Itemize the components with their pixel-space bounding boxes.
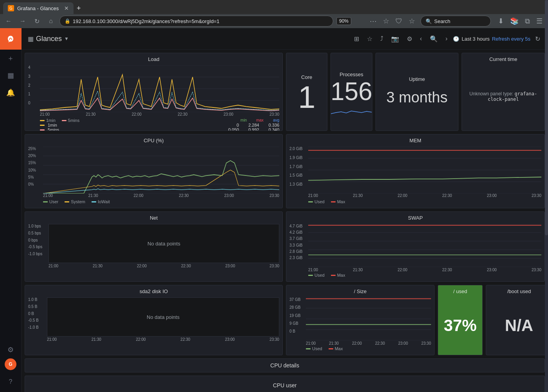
load-x1: 21:30 [86, 112, 95, 116]
shield-button[interactable]: 🛡 [393, 15, 405, 27]
grafana-logo[interactable] [0, 28, 22, 50]
cpu-content: 25% 20% 15% 10% 5% 0% [25, 145, 282, 208]
star-button[interactable]: ☆ [365, 32, 375, 45]
mem-x5: 23:30 [532, 193, 541, 198]
swap-y1: 4.7 GiB [289, 224, 308, 228]
disk-x5: 23:30 [270, 337, 279, 342]
sidebar-help[interactable]: ? [0, 373, 22, 390]
load-x4: 23:00 [224, 112, 234, 116]
boot-used-title: /boot used [503, 285, 536, 296]
svg-point-1 [9, 38, 10, 39]
load-x0: 21:00 [40, 112, 50, 116]
swap-content: 4.7 GiB 4.2 GiB 3.7 GiB 3.3 GiB 2.8 GiB … [286, 222, 544, 281]
split-button[interactable]: ⧉ [523, 15, 532, 27]
processes-value: 156 [331, 79, 372, 104]
browser-search-bar[interactable]: 🔍 Search [420, 16, 491, 27]
load-chart [40, 65, 279, 112]
back-button[interactable]: ← [3, 16, 14, 27]
load-panel: Load 4 3 2 1 0 [25, 53, 283, 131]
load-x5: 23:30 [270, 112, 279, 116]
panel-type-code: grafana-clock-panel [488, 91, 537, 102]
root-size-title: / Size [286, 285, 434, 296]
size-x2: 22:00 [352, 341, 362, 345]
new-tab-button[interactable]: + [74, 3, 84, 14]
lock-icon: 🔒 [65, 18, 70, 24]
cpu-details-banner[interactable]: CPU details [25, 358, 545, 372]
home-button[interactable]: ⌂ [45, 16, 56, 27]
avg-header: avg [273, 118, 279, 123]
scroll-thumb[interactable] [545, 0, 548, 235]
active-tab[interactable]: G Grafana - Glances ✕ [3, 2, 74, 14]
forward-button[interactable]: → [17, 16, 28, 27]
add-panel-button[interactable]: ⊞ [352, 32, 361, 45]
mem-y4: 1.5 GiB [289, 173, 308, 177]
swap-y2: 4.2 GiB [289, 230, 308, 234]
scroll-track[interactable] [545, 0, 548, 392]
sidebar-item-dashboard[interactable]: ▦ [0, 67, 22, 84]
stat-5mins-min: 0.050 [228, 127, 239, 131]
size-y1: 37 GB [289, 297, 306, 302]
mem-x0: 21:00 [308, 193, 318, 198]
root-used-panel: / used 37% [438, 285, 483, 355]
cpu-title: CPU (%) [25, 134, 282, 145]
stat-5mins-label: 5mins [48, 127, 59, 131]
swap-panel: SWAP 4.7 GiB 4.2 GiB 3.7 GiB 3.3 GiB 2.8… [286, 211, 545, 282]
size-legend-max-label: Max [335, 346, 343, 351]
swap-legend-max: Max [331, 273, 345, 277]
tab-close-button[interactable]: ✕ [64, 5, 69, 11]
zoom-out-button[interactable]: 🔍 [428, 32, 440, 45]
snapshot-button[interactable]: 📷 [389, 32, 401, 45]
cpu-user-banner[interactable]: CPU user [25, 376, 545, 392]
sidebar-item-alert[interactable]: 🔔 [0, 84, 22, 101]
menu-button[interactable]: ☰ [534, 15, 545, 27]
sidebar-item-add[interactable]: ＋ [0, 50, 22, 67]
reload-button[interactable]: ↻ [31, 16, 42, 27]
max-header: max [256, 118, 264, 123]
size-x0: 21:00 [306, 341, 316, 345]
load-panel-title: Load [25, 53, 282, 64]
size-legend-max: Max [329, 346, 343, 351]
stat-5mins-avg: 0.340 [268, 127, 279, 131]
address-bar[interactable]: 🔒 192.168.0.100:3000/d/wRj5Dg2mk/glances… [59, 16, 333, 27]
mem-legend-used: Used [308, 199, 325, 204]
net-y5: -1.0 bps [28, 252, 49, 256]
row-3: Net 1.0 bps 0.5 bps 0 bps -0.5 bps -1.0 … [25, 211, 545, 282]
top-bar-actions: ⊞ ☆ ⤴ 📷 ⚙ ‹ 🔍 › 🕐 Last 3 hours Refresh e… [352, 32, 542, 45]
swap-x5: 23:30 [532, 268, 541, 272]
stat-5mins-max: 0.992 [248, 127, 259, 131]
settings-button[interactable]: ⚙ [404, 32, 415, 45]
favorite-button[interactable]: ☆ [406, 15, 417, 27]
sidebar-item-settings[interactable]: ⚙ [0, 341, 22, 358]
swap-legend-max-dot [331, 275, 336, 276]
disk-x3: 22:30 [180, 337, 190, 342]
size-x5: 23:30 [421, 341, 431, 345]
disk-x1: 21:30 [92, 337, 101, 342]
mem-y3: 1.7 GiB [289, 165, 308, 169]
zoom-level: 90% [336, 17, 351, 25]
time-range[interactable]: 🕐 Last 3 hours Refresh every 5s [453, 36, 530, 42]
size-legend-used: Used [306, 346, 322, 351]
swap-title: SWAP [286, 212, 544, 222]
bookmark-star-button[interactable]: ☆ [381, 15, 392, 27]
grafana-app: ＋ ▦ 🔔 ⚙ G ? ▦ Glances ▼ ⊞ ☆ ⤴ 📷 ⚙ ‹ 🔍 [0, 28, 548, 392]
top-bar: ▦ Glances ▼ ⊞ ☆ ⤴ 📷 ⚙ ‹ 🔍 › 🕐 Last 3 hou… [22, 28, 548, 50]
root-size-panel: / Size 37 GB 28 GB 19 GB 9 GB 0 B [286, 285, 435, 355]
prev-time-button[interactable]: ‹ [418, 32, 424, 45]
download-button[interactable]: ⬇ [496, 15, 506, 27]
mem-legend-max: Max [331, 199, 345, 204]
refresh-button[interactable]: ↻ [534, 34, 542, 44]
stats-row: Core 1 Processes 156 [286, 53, 545, 131]
main-content: ▦ Glances ▼ ⊞ ☆ ⤴ 📷 ⚙ ‹ 🔍 › 🕐 Last 3 hou… [22, 28, 548, 392]
collections-button[interactable]: 📚 [508, 15, 521, 27]
net-x0: 21:00 [49, 264, 58, 268]
more-tools-button[interactable]: ⋯ [367, 15, 379, 27]
next-time-button[interactable]: › [443, 32, 450, 45]
share-button[interactable]: ⤴ [378, 32, 386, 45]
user-avatar[interactable]: G [5, 358, 16, 370]
legend-system: System [65, 199, 85, 204]
refresh-interval-text[interactable]: Refresh every 5s [492, 36, 530, 42]
uptime-panel: Uptime 3 months [376, 53, 459, 131]
swap-legend-used-label: Used [314, 273, 325, 277]
load-y1: 1 [28, 92, 40, 96]
stat-1min-max: 2.284 [248, 123, 259, 127]
